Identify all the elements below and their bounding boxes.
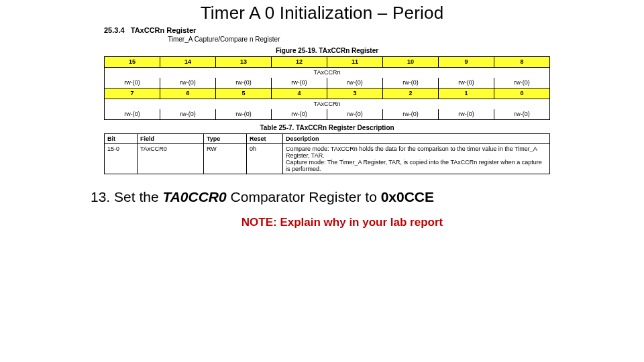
cell-bit: 15-0	[105, 144, 138, 174]
bits-low-rw: rw-(0) rw-(0) rw-(0) rw-(0) rw-(0) rw-(0…	[105, 109, 550, 120]
rw-cell: rw-(0)	[160, 78, 216, 88]
rw-cell: rw-(0)	[327, 78, 383, 88]
rw-cell: rw-(0)	[383, 109, 439, 120]
section-name: TAxCCRn Register	[131, 26, 197, 34]
bit-num: 2	[383, 88, 439, 99]
rw-cell: rw-(0)	[494, 78, 550, 88]
datasheet-excerpt: 25.3.4 TAxCCRn Register Timer_A Capture/…	[104, 26, 550, 174]
rw-cell: rw-(0)	[272, 78, 327, 88]
rw-cell: rw-(0)	[439, 78, 494, 88]
rw-cell: rw-(0)	[105, 78, 160, 88]
col-type: Type	[204, 134, 247, 144]
bit-num: 7	[105, 88, 160, 99]
bits-high-label: TAxCCRn	[105, 68, 550, 78]
bits-low-label: TAxCCRn	[105, 99, 550, 110]
bit-num: 11	[327, 57, 383, 68]
section-heading: 25.3.4 TAxCCRn Register	[104, 26, 550, 34]
section-number: 25.3.4	[104, 26, 125, 34]
figure-caption: Figure 25-19. TAxCCRn Register	[104, 47, 550, 54]
bits-high-rw: rw-(0) rw-(0) rw-(0) rw-(0) rw-(0) rw-(0…	[105, 78, 550, 88]
bits-high-header: 15 14 13 12 11 10 9 8	[105, 57, 550, 68]
col-desc: Description	[283, 134, 550, 144]
desc-line1: Compare mode: TAxCCRn holds the data for…	[286, 145, 537, 159]
rw-cell: rw-(0)	[383, 78, 439, 88]
instruction-step: 13. Set the TA0CCR0 Comparator Register …	[91, 189, 644, 205]
bit-num: 5	[216, 88, 272, 99]
page-title: Timer A 0 Initialization – Period	[0, 0, 644, 23]
bit-num: 6	[160, 88, 216, 99]
field-name: TAxCCRn	[105, 99, 550, 110]
cell-field: TAxCCR0	[138, 144, 204, 174]
bit-num: 12	[272, 57, 327, 68]
step-prefix: 13. Set the	[91, 189, 162, 204]
rw-cell: rw-(0)	[327, 109, 383, 120]
col-field: Field	[138, 134, 204, 144]
register-description-table: Bit Field Type Reset Description 15-0 TA…	[104, 133, 550, 174]
table-header-row: Bit Field Type Reset Description	[105, 134, 550, 144]
rw-cell: rw-(0)	[160, 109, 216, 120]
section-subtitle: Timer_A Capture/Compare n Register	[168, 36, 550, 43]
bit-field-table: 15 14 13 12 11 10 9 8 TAxCCRn rw-(0) rw-…	[104, 56, 550, 120]
bit-num: 10	[383, 57, 439, 68]
slide: Timer A 0 Initialization – Period 25.3.4…	[0, 0, 644, 362]
rw-cell: rw-(0)	[272, 109, 327, 120]
bits-low-header: 7 6 5 4 3 2 1 0	[105, 88, 550, 99]
bit-num: 1	[439, 88, 494, 99]
rw-cell: rw-(0)	[105, 109, 160, 120]
bit-num: 0	[494, 88, 550, 99]
bit-num: 13	[216, 57, 272, 68]
cell-desc: Compare mode: TAxCCRn holds the data for…	[283, 144, 550, 174]
col-reset: Reset	[247, 134, 283, 144]
bit-num: 9	[439, 57, 494, 68]
rw-cell: rw-(0)	[439, 109, 494, 120]
cell-type: RW	[204, 144, 247, 174]
bit-num: 8	[494, 57, 550, 68]
table-row: 15-0 TAxCCR0 RW 0h Compare mode: TAxCCRn…	[105, 144, 550, 174]
cell-reset: 0h	[247, 144, 283, 174]
rw-cell: rw-(0)	[216, 78, 272, 88]
bit-num: 4	[272, 88, 327, 99]
note-text: NOTE: Explain why in your lab report	[0, 216, 644, 229]
col-bit: Bit	[105, 134, 138, 144]
bit-num: 3	[327, 88, 383, 99]
table-caption: Table 25-7. TAxCCRn Register Description	[104, 124, 550, 131]
step-mid: Comparator Register to	[227, 189, 381, 204]
step-register: TA0CCR0	[162, 189, 226, 204]
field-name: TAxCCRn	[105, 68, 550, 78]
step-value: 0x0CCE	[381, 189, 434, 204]
rw-cell: rw-(0)	[216, 109, 272, 120]
rw-cell: rw-(0)	[494, 109, 550, 120]
desc-line2: Capture mode: The Timer_A Register, TAR,…	[286, 159, 542, 172]
bit-num: 15	[105, 57, 160, 68]
bit-num: 14	[160, 57, 216, 68]
